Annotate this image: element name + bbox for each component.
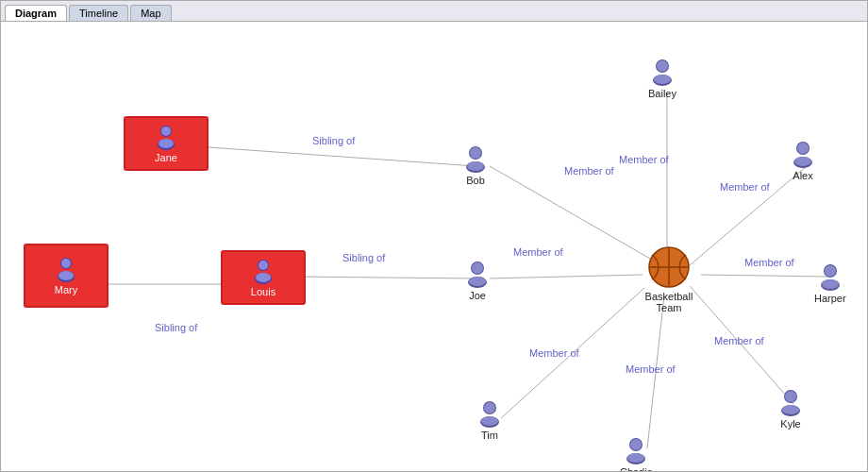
- svg-line-7: [701, 275, 827, 277]
- edge-label-louis-joe: Sibling of: [342, 252, 385, 263]
- jane-label: Jane: [155, 152, 177, 163]
- edge-label-bob-team: Member of: [564, 165, 614, 177]
- alex-person-icon: [789, 140, 817, 168]
- svg-point-55: [469, 277, 486, 286]
- svg-point-27: [467, 161, 484, 171]
- node-tim[interactable]: Tim: [476, 399, 504, 441]
- node-basketball-team[interactable]: Basketball Team: [631, 245, 707, 313]
- svg-point-19: [58, 271, 74, 280]
- joe-label: Joe: [469, 290, 486, 301]
- edge-label-bailey-team: Member of: [619, 154, 669, 165]
- edge-label-jane-bob: Sibling of: [312, 135, 355, 146]
- svg-point-35: [794, 157, 811, 166]
- tab-bar: Diagram Timeline Map: [1, 1, 867, 22]
- svg-point-54: [472, 262, 483, 274]
- bob-person-icon: [461, 144, 490, 173]
- mary-person-icon: [53, 256, 79, 282]
- node-bob[interactable]: Bob: [461, 144, 490, 186]
- basketball-team-label: Basketball Team: [631, 291, 707, 313]
- edge-label-harper-team: Member of: [744, 257, 794, 268]
- svg-point-42: [785, 391, 796, 402]
- charlie-label: Charlie: [620, 466, 653, 471]
- tim-label: Tim: [481, 430, 498, 441]
- svg-point-23: [256, 273, 271, 282]
- svg-point-50: [484, 402, 495, 413]
- louis-person-icon: [250, 258, 276, 284]
- bob-label: Bob: [466, 175, 485, 186]
- harper-person-icon: [816, 262, 844, 291]
- svg-point-51: [481, 416, 498, 426]
- node-harper[interactable]: Harper: [814, 262, 846, 304]
- tim-person-icon: [476, 399, 504, 428]
- node-joe[interactable]: Joe: [463, 260, 492, 301]
- jane-person-icon: [153, 124, 179, 150]
- tab-map[interactable]: Map: [130, 5, 171, 21]
- svg-point-34: [797, 143, 809, 154]
- svg-point-14: [161, 126, 171, 136]
- svg-point-18: [61, 259, 71, 268]
- svg-point-46: [630, 439, 642, 450]
- edge-label-tim-team: Member of: [529, 347, 579, 359]
- svg-line-0: [209, 147, 476, 166]
- node-jane-box[interactable]: Jane: [124, 116, 209, 171]
- tab-timeline[interactable]: Timeline: [69, 5, 128, 21]
- node-louis-box[interactable]: Louis: [221, 250, 306, 305]
- svg-point-39: [822, 279, 839, 289]
- diagram-svg: [1, 22, 867, 471]
- svg-point-43: [782, 405, 799, 414]
- bailey-label: Bailey: [648, 88, 676, 99]
- diagram-area: Sibling of Sibling of Sibling of Member …: [1, 22, 867, 471]
- svg-point-26: [470, 147, 481, 159]
- harper-label: Harper: [814, 293, 846, 304]
- svg-point-22: [259, 261, 268, 270]
- node-mary-box[interactable]: Mary: [24, 244, 108, 308]
- louis-label: Louis: [251, 286, 275, 297]
- svg-point-47: [627, 453, 644, 463]
- svg-point-15: [159, 139, 174, 148]
- basketball-icon: [647, 245, 691, 289]
- bailey-person-icon: [648, 58, 676, 86]
- node-kyle[interactable]: Kyle: [776, 388, 805, 430]
- edge-label-kyle-team: Member of: [714, 335, 764, 346]
- app-container: Diagram Timeline Map: [0, 0, 868, 472]
- svg-point-31: [654, 75, 671, 84]
- joe-person-icon: [463, 260, 492, 288]
- svg-point-38: [825, 265, 836, 277]
- kyle-person-icon: [776, 388, 805, 416]
- tab-diagram[interactable]: Diagram: [5, 5, 67, 21]
- edge-label-joe-team: Member of: [513, 246, 563, 258]
- mary-label: Mary: [55, 284, 77, 295]
- edge-label-alex-team: Member of: [720, 181, 770, 193]
- node-bailey[interactable]: Bailey: [648, 58, 676, 99]
- svg-point-30: [657, 60, 668, 72]
- node-alex[interactable]: Alex: [789, 140, 817, 181]
- charlie-person-icon: [622, 436, 650, 464]
- svg-line-1: [293, 277, 476, 278]
- edge-label-charlie-team: Member of: [626, 363, 676, 375]
- kyle-label: Kyle: [780, 418, 800, 430]
- alex-label: Alex: [793, 170, 812, 181]
- edge-label-mary-louis: Sibling of: [155, 322, 197, 333]
- node-charlie[interactable]: Charlie: [620, 436, 653, 471]
- svg-line-4: [490, 275, 643, 278]
